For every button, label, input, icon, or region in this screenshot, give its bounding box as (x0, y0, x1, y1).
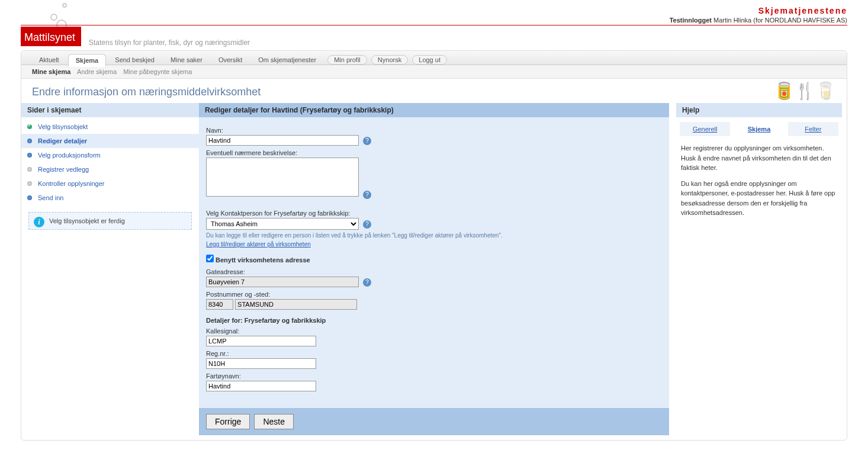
help-paragraph: Her registrerer du opplysninger om virks… (681, 143, 837, 173)
help-icon[interactable]: ? (363, 191, 371, 199)
header-icons: 🥫🍴🥛 (774, 81, 836, 101)
nav-kontroller-opplysninger[interactable]: Kontroller opplysninger (21, 176, 199, 191)
tab-oversikt[interactable]: Oversikt (211, 54, 249, 66)
tab-nynorsk[interactable]: Nynorsk (371, 55, 408, 65)
bullet-icon (27, 139, 32, 143)
nav-velg-tilsynsobjekt[interactable]: Velg tilsynsobjekt (21, 120, 199, 134)
details-heading: Detaljer for: Frysefartøy og fabrikkskip (206, 317, 662, 324)
nav-rediger-detaljer[interactable]: Rediger detaljer (21, 134, 199, 148)
help-icon[interactable]: ? (363, 220, 371, 229)
tab-om-skjematjenester[interactable]: Om skjematjenester (251, 54, 323, 66)
regnr-label: Reg.nr.: (206, 350, 662, 357)
subtab-andre-skjema[interactable]: Andre skjema (77, 68, 117, 75)
contact-hint: Du kan legge til eller redigere en perso… (206, 232, 662, 239)
callsign-input[interactable] (206, 336, 316, 346)
arrow-right-icon (198, 135, 205, 147)
bullet-icon (27, 153, 32, 158)
next-button[interactable]: Neste (254, 414, 294, 429)
glass-icon: 🥛 (815, 82, 836, 100)
info-icon: i (34, 217, 44, 227)
nav-registrer-vedlegg[interactable]: Registrer vedlegg (21, 162, 199, 176)
subtab-mine-skjema[interactable]: Mine skjema (32, 68, 70, 75)
postnr-input (206, 299, 233, 310)
edit-actors-link[interactable]: Legg til/rediger aktører på virksomheten (206, 241, 311, 248)
help-tab-felter[interactable]: Felter (788, 122, 838, 136)
help-tab-generell[interactable]: Generell (680, 122, 730, 136)
main-tabs: Aktuelt Skjema Send beskjed Mine saker O… (21, 51, 847, 65)
info-message: i Velg tilsynsobjekt er ferdig (28, 212, 192, 230)
vesselname-input[interactable] (206, 381, 316, 391)
tagline: Statens tilsyn for planter, fisk, dyr og… (89, 38, 250, 47)
service-title: Skjematjenestene (670, 6, 847, 15)
post-label: Postnummer og -sted: (206, 291, 662, 298)
check-icon (27, 124, 32, 129)
contact-label: Velg Kontaktperson for Frysefartøy og fa… (206, 210, 662, 217)
use-address-label: Benytt virksomhetens adresse (216, 256, 310, 264)
form-heading: Rediger detaljer for Havtind (Frysefartø… (199, 103, 669, 117)
help-paragraph: Du kan her også endre opplysninger om ko… (681, 179, 837, 218)
tab-send-beskjed[interactable]: Send beskjed (108, 54, 162, 66)
sub-tabs: Mine skjema Andre skjema Mine påbegynte … (21, 65, 847, 79)
tab-aktuelt[interactable]: Aktuelt (32, 54, 66, 66)
nav-velg-produksjonsform[interactable]: Velg produksjonsform (21, 148, 199, 162)
tab-logg-ut[interactable]: Logg ut (412, 55, 447, 65)
callsign-label: Kallesignal: (206, 327, 662, 335)
contact-select[interactable]: Thomas Asheim (206, 218, 359, 230)
tab-min-profil[interactable]: Min profil (327, 55, 367, 65)
street-input (206, 277, 359, 287)
desc-label: Eventuell nærmere beskrivelse: (206, 149, 662, 156)
help-icon[interactable]: ? (363, 278, 371, 287)
help-tab-skjema[interactable]: Skjema (734, 122, 784, 136)
help-icon[interactable]: ? (363, 137, 371, 145)
prev-button[interactable]: Forrige (206, 414, 250, 429)
bullet-icon (27, 181, 32, 186)
bullet-icon (27, 195, 32, 200)
bullet-icon (27, 167, 32, 172)
subtab-mine-pabegynte[interactable]: Mine påbegynte skjema (123, 68, 192, 75)
help-heading: Hjelp (676, 103, 842, 117)
name-input[interactable] (206, 135, 359, 146)
tab-mine-saker[interactable]: Mine saker (163, 54, 210, 66)
vesselname-label: Fartøynavn: (206, 372, 662, 380)
fork-icon: 🍴 (795, 82, 815, 100)
street-label: Gateadresse: (206, 268, 662, 275)
regnr-input[interactable] (206, 358, 316, 369)
description-textarea[interactable] (206, 158, 359, 197)
tab-skjema[interactable]: Skjema (68, 54, 107, 67)
sidebar-heading: Sider i skjemaet (21, 103, 199, 117)
page-title: Endre informasjon om næringsmiddelvirkso… (32, 86, 836, 98)
logo: Mattilsynet (21, 27, 81, 46)
can-icon: 🥫 (774, 82, 795, 100)
postplace-input (235, 299, 357, 310)
divider (21, 25, 847, 25)
use-address-checkbox[interactable] (206, 255, 214, 262)
nav-send-inn[interactable]: Send inn (21, 191, 199, 205)
login-info: Testinnlogget Martin Hlinka (for NORDLAN… (670, 17, 847, 24)
name-label: Navn: (206, 127, 662, 134)
